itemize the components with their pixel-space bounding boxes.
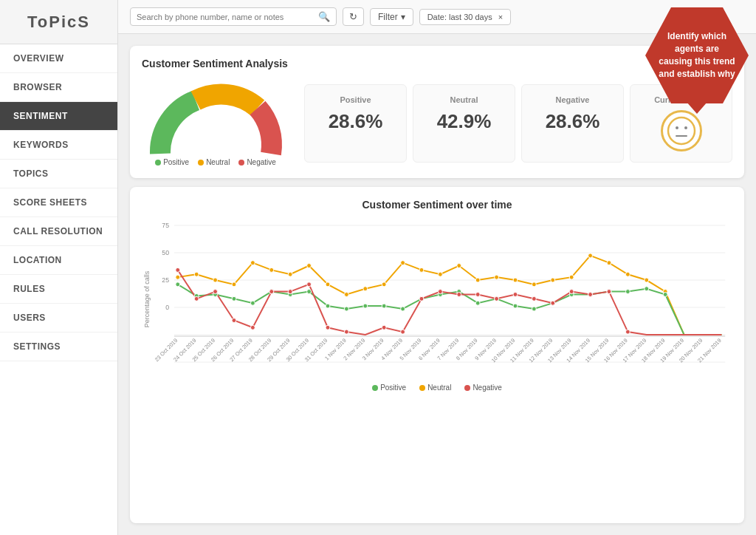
svg-point-86 [475,292,480,296]
svg-point-2 [676,126,678,129]
svg-point-23 [288,272,292,276]
svg-point-56 [401,307,405,311]
metric-negative-label: Negative [529,95,616,104]
sidebar-item-score-sheets[interactable]: SCORE SHEETS [0,188,117,217]
svg-point-25 [326,282,330,287]
hex-shape: Identify which agents are causing this t… [645,7,749,103]
svg-point-30 [419,268,424,272]
filter-chevron-icon: ▾ [401,12,405,22]
sidebar-item-settings[interactable]: SETTINGS [0,333,117,361]
search-input[interactable] [137,13,318,21]
svg-point-54 [363,304,368,308]
legend-negative-label: Negative [247,158,275,166]
svg-point-81 [382,325,386,330]
metric-neutral-value: 42.9% [421,110,507,133]
svg-point-52 [326,304,330,308]
refresh-button[interactable]: ↻ [343,7,364,26]
svg-point-37 [551,278,555,282]
svg-point-36 [532,282,536,287]
svg-point-70 [663,292,667,296]
svg-point-78 [307,282,312,287]
svg-point-84 [438,290,442,294]
sidebar-item-topics[interactable]: TOPICS [0,160,117,188]
trend-smiley [661,110,702,151]
sidebar-item-rules[interactable]: RULES [0,275,117,304]
svg-point-80 [344,330,348,334]
chart-neutral-label: Neutral [427,384,451,392]
date-chip-label: Date: last 30 days [427,13,492,21]
neutral-dot [198,160,204,166]
gauge-wrap: Positive Neutral Negative [142,80,289,166]
hex-arrow [687,102,707,114]
callout-hexagon: Identify which agents are causing this t… [645,7,749,103]
sidebar-item-browser[interactable]: BROWSER [0,73,117,102]
svg-point-51 [307,290,312,294]
svg-point-62 [513,304,518,308]
svg-point-17 [176,275,180,279]
svg-point-20 [232,282,236,287]
svg-point-40 [607,261,611,265]
chart-negative-dot [464,385,470,391]
svg-point-87 [495,296,499,301]
sidebar-item-overview[interactable]: OVERVIEW [0,44,117,73]
svg-point-26 [344,292,348,296]
callout-text: Identify which agents are causing this t… [657,30,737,80]
legend-item-negative: Negative [238,158,275,166]
svg-point-35 [513,278,518,282]
chart-card: Customer Sentiment over time Percentage … [130,187,744,523]
svg-point-89 [532,296,536,301]
svg-text:Percentage of calls: Percentage of calls [143,270,151,327]
svg-point-47 [232,296,236,301]
svg-point-76 [269,290,274,294]
svg-text:50: 50 [162,249,169,256]
svg-point-33 [475,278,480,282]
svg-point-73 [213,290,218,294]
svg-point-83 [419,296,424,301]
search-box[interactable]: 🔍 [130,7,337,26]
svg-point-71 [176,268,180,272]
svg-point-24 [307,264,312,268]
svg-point-77 [288,290,292,294]
svg-point-3 [684,126,687,129]
sidebar-item-keywords[interactable]: KEYWORDS [0,131,117,160]
sidebar-item-users[interactable]: USERS [0,304,117,333]
legend-positive-label: Positive [163,158,189,166]
svg-point-22 [269,268,274,272]
chart-legend-positive: Positive [372,384,406,392]
metric-neutral-label: Neutral [421,95,507,104]
content-area: Customer Sentiment Analysis [118,34,756,535]
svg-point-82 [401,330,405,334]
date-chip-close-icon[interactable]: × [498,13,503,21]
sidebar-item-call-resolution[interactable]: CALL RESOLUTION [0,217,117,246]
chart-neutral-dot [419,385,425,391]
sidebar-nav: OVERVIEWBROWSERSENTIMENTKEYWORDSTOPICSSC… [0,44,117,361]
metric-box-neutral: Neutral 42.9% [413,84,515,163]
svg-point-28 [382,282,386,287]
sidebar-item-sentiment[interactable]: SENTIMENT [0,102,117,131]
legend-item-neutral: Neutral [198,158,230,166]
svg-point-48 [250,301,255,305]
svg-point-34 [495,275,499,279]
chart-legend: Positive Neutral Negative [142,384,732,392]
svg-text:0: 0 [165,304,169,311]
sidebar-item-location[interactable]: LOCATION [0,246,117,275]
metric-positive-value: 28.6% [312,110,399,133]
sentiment-top: Positive Neutral Negative [142,80,732,166]
svg-point-31 [438,272,442,276]
chart-title: Customer Sentiment over time [142,199,732,211]
svg-point-53 [344,307,348,311]
metric-positive-label: Positive [312,95,399,104]
gauge-legend: Positive Neutral Negative [155,158,276,166]
legend-item-positive: Positive [155,158,189,166]
metric-box-positive: Positive 28.6% [304,84,407,163]
svg-point-72 [194,296,199,301]
logo-text: ToPicS [27,13,90,32]
svg-point-1 [668,117,695,144]
chart-legend-neutral: Neutral [419,384,451,392]
filter-button[interactable]: Filter ▾ [370,8,413,26]
date-chip[interactable]: Date: last 30 days × [419,9,512,25]
chart-positive-dot [372,385,378,391]
svg-point-29 [401,261,405,265]
svg-point-32 [457,264,461,268]
svg-point-63 [532,307,536,311]
